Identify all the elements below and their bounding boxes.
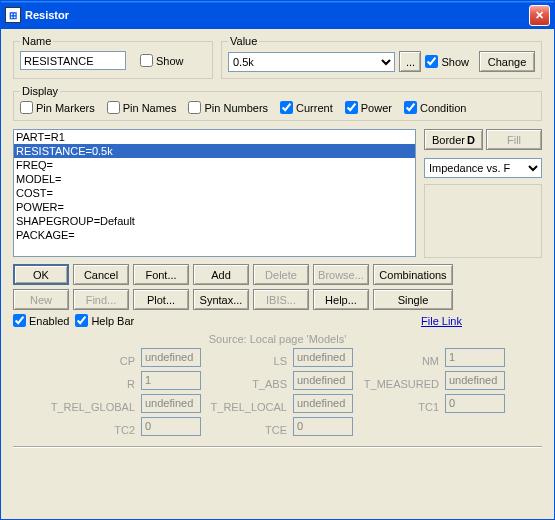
combinations-button[interactable]: Combinations <box>373 264 453 285</box>
value-show-chk[interactable]: Show <box>425 55 469 68</box>
pin-numbers-chk[interactable]: Pin Numbers <box>188 101 268 114</box>
field-label: T_ABS <box>207 378 287 390</box>
field-label: TCE <box>207 424 287 436</box>
display-legend: Display <box>20 85 60 97</box>
field-label: T_REL_LOCAL <box>207 401 287 413</box>
field-cp <box>141 348 201 367</box>
properties-listbox[interactable]: PART=R1RESISTANCE=0.5kFREQ=MODEL=COST=PO… <box>13 129 416 257</box>
field-label: T_MEASURED <box>359 378 439 390</box>
pin-names-chk[interactable]: Pin Names <box>107 101 177 114</box>
plot--button[interactable]: Plot... <box>133 289 189 310</box>
field-label: CP <box>50 355 135 367</box>
power-chk[interactable]: Power <box>345 101 392 114</box>
titlebar: ⊞ Resistor ✕ <box>1 1 554 29</box>
empty-group <box>424 184 542 258</box>
display-group: Display Pin Markers Pin Names Pin Number… <box>13 85 542 121</box>
dialog-window: ⊞ Resistor ✕ Name Show Value <box>0 0 555 520</box>
list-item[interactable]: POWER= <box>14 200 415 214</box>
field-t_abs <box>293 371 353 390</box>
field-tc1 <box>445 394 505 413</box>
helpbar-chk[interactable]: Help Bar <box>75 314 134 327</box>
field-tce <box>293 417 353 436</box>
value-select[interactable]: 0.5k <box>228 52 395 72</box>
value-browse-button[interactable]: ... <box>399 51 421 72</box>
field-tc2 <box>141 417 201 436</box>
pin-markers-chk[interactable]: Pin Markers <box>20 101 95 114</box>
name-input[interactable] <box>20 51 126 70</box>
fill-button[interactable]: Fill <box>486 129 542 150</box>
field-label: LS <box>207 355 287 367</box>
syntax--button[interactable]: Syntax... <box>193 289 249 310</box>
field-r <box>141 371 201 390</box>
list-item[interactable]: COST= <box>14 186 415 200</box>
name-group: Name Show <box>13 35 213 79</box>
list-item[interactable]: PART=R1 <box>14 130 415 144</box>
right-pane: Border D Fill Impedance vs. F <box>424 129 542 258</box>
value-legend: Value <box>228 35 259 47</box>
list-item[interactable]: MODEL= <box>14 172 415 186</box>
field-t_rel_local <box>293 394 353 413</box>
source-header: Source: Local page 'Models' <box>13 333 542 345</box>
value-group: Value 0.5k ... Show Change <box>221 35 542 79</box>
name-show-checkbox[interactable] <box>140 54 153 67</box>
list-item[interactable]: FREQ= <box>14 158 415 172</box>
delete-button[interactable]: Delete <box>253 264 309 285</box>
field-t_rel_global <box>141 394 201 413</box>
button-row-2: NewFind...Plot...Syntax...IBIS...Help...… <box>13 289 542 310</box>
condition-chk[interactable]: Condition <box>404 101 466 114</box>
browse--button[interactable]: Browse... <box>313 264 369 285</box>
change-button[interactable]: Change <box>479 51 535 72</box>
font--button[interactable]: Font... <box>133 264 189 285</box>
field-label: R <box>50 378 135 390</box>
cancel-button[interactable]: Cancel <box>73 264 129 285</box>
name-legend: Name <box>20 35 53 47</box>
help--button[interactable]: Help... <box>313 289 369 310</box>
field-nm <box>445 348 505 367</box>
name-show-chk[interactable]: Show <box>140 54 184 67</box>
ok-button[interactable]: OK <box>13 264 69 285</box>
add-button[interactable]: Add <box>193 264 249 285</box>
close-icon: ✕ <box>535 9 544 22</box>
list-item[interactable]: SHAPEGROUP=Default <box>14 214 415 228</box>
field-label: T_REL_GLOBAL <box>50 401 135 413</box>
divider <box>13 446 542 448</box>
border-button[interactable]: Border D <box>424 129 483 150</box>
current-chk[interactable]: Current <box>280 101 333 114</box>
resistor-icon: ⊞ <box>5 7 21 23</box>
find--button[interactable]: Find... <box>73 289 129 310</box>
window-title: Resistor <box>25 9 529 21</box>
field-label: TC1 <box>359 401 439 413</box>
field-t_measured <box>445 371 505 390</box>
single-button[interactable]: Single <box>373 289 453 310</box>
field-label: TC2 <box>50 424 135 436</box>
border-icon: D <box>467 134 475 146</box>
plot-type-select[interactable]: Impedance vs. F <box>424 158 542 178</box>
field-label: NM <box>359 355 439 367</box>
list-item[interactable]: RESISTANCE=0.5k <box>14 144 415 158</box>
content: Name Show Value 0.5k ... <box>1 29 554 454</box>
new-button[interactable]: New <box>13 289 69 310</box>
value-show-checkbox[interactable] <box>425 55 438 68</box>
enabled-chk[interactable]: Enabled <box>13 314 69 327</box>
source-grid: CPLSNMRT_ABST_MEASUREDT_REL_GLOBALT_REL_… <box>13 347 542 436</box>
button-row-1: OKCancelFont...AddDeleteBrowse...Combina… <box>13 264 542 285</box>
ibis--button[interactable]: IBIS... <box>253 289 309 310</box>
file-link[interactable]: File Link <box>421 315 462 327</box>
field-ls <box>293 348 353 367</box>
list-item[interactable]: PACKAGE= <box>14 228 415 242</box>
close-button[interactable]: ✕ <box>529 5 550 26</box>
